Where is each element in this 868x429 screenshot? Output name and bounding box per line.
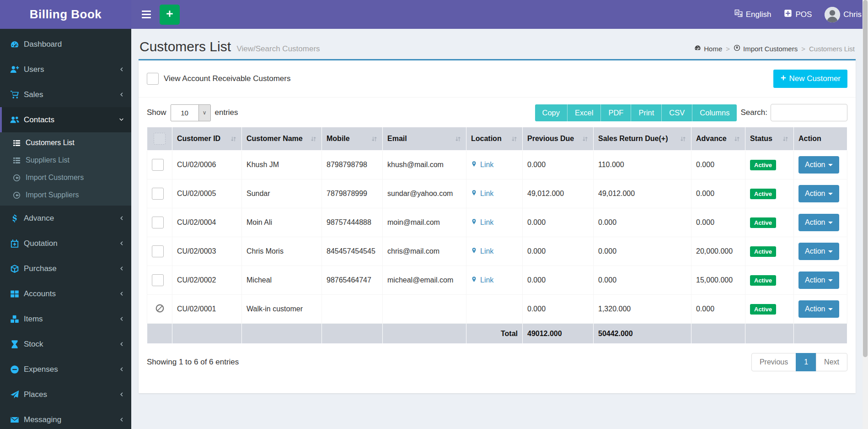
- sidebar-item-advance[interactable]: Advance: [0, 206, 131, 231]
- sidebar-item-expenses[interactable]: Expenses: [0, 357, 131, 382]
- location-link[interactable]: Link: [471, 247, 493, 256]
- location-link-label: Link: [480, 218, 493, 227]
- account-receivable-checkbox[interactable]: [147, 73, 159, 85]
- sidebar-item-items[interactable]: Items: [0, 306, 131, 331]
- column-header-mobile[interactable]: Mobile: [322, 127, 383, 151]
- sales-return-due-cell: 0.000: [594, 208, 691, 237]
- search-input[interactable]: [771, 104, 847, 121]
- sidebar-item-dashboard[interactable]: Dashboard: [0, 32, 131, 57]
- sidebar-item-stock[interactable]: Stock: [0, 331, 131, 357]
- column-header-previous-due[interactable]: Previous Due: [523, 127, 594, 151]
- status-badge: Active: [750, 189, 776, 199]
- location-cell: Link: [466, 151, 523, 179]
- chevron-down-icon: [119, 117, 124, 122]
- sidebar-subitem-import-customers[interactable]: Import Customers: [0, 169, 131, 186]
- row-checkbox[interactable]: [152, 274, 164, 286]
- pos-button[interactable]: POS: [784, 9, 812, 20]
- sidebar-subitem-customers-list[interactable]: Customers List: [0, 134, 131, 152]
- sort-icon[interactable]: [310, 136, 317, 142]
- column-label: Email: [387, 135, 407, 143]
- status-cell: Active: [745, 208, 794, 237]
- location-link[interactable]: Link: [471, 160, 493, 169]
- row-checkbox[interactable]: [152, 245, 164, 257]
- user-menu[interactable]: Chris: [825, 7, 862, 22]
- sidebar-subitem-suppliers-list[interactable]: Suppliers List: [0, 152, 131, 169]
- action-button[interactable]: Action: [798, 300, 839, 318]
- location-link[interactable]: Link: [471, 189, 493, 198]
- column-header-customer-id[interactable]: Customer ID: [172, 127, 242, 151]
- breadcrumb-import-customers[interactable]: Import Customers: [734, 44, 798, 53]
- column-header-sales-return-due[interactable]: Sales Return Due(+): [594, 127, 691, 151]
- chevron-left-icon: [119, 392, 124, 397]
- map-marker-icon: [471, 247, 477, 256]
- row-select-cell: [147, 151, 172, 179]
- location-link[interactable]: Link: [471, 276, 493, 285]
- language-menu[interactable]: Aa English: [734, 9, 772, 20]
- action-button[interactable]: Action: [798, 272, 839, 289]
- sidebar-subitem-import-suppliers[interactable]: Import Suppliers: [0, 186, 131, 204]
- action-button[interactable]: Action: [798, 185, 839, 202]
- total-empty-cell: [172, 324, 242, 344]
- new-customer-button[interactable]: New Customer: [773, 70, 847, 88]
- sales-return-due-cell: 1,320.000: [594, 295, 691, 324]
- row-checkbox[interactable]: [152, 159, 164, 171]
- scrollbar[interactable]: [863, 0, 868, 429]
- action-cell: Action: [794, 208, 847, 237]
- table-footer: Showing 1 to 6 of 6 entries Previous 1 N…: [147, 344, 847, 383]
- row-checkbox[interactable]: [152, 217, 164, 228]
- column-label: Mobile: [327, 135, 350, 143]
- row-checkbox[interactable]: [152, 188, 164, 200]
- sidebar-toggle-button[interactable]: [136, 0, 157, 29]
- column-label: Action: [798, 135, 821, 143]
- sidebar-item-contacts[interactable]: Contacts: [0, 107, 131, 132]
- sidebar-item-sales[interactable]: Sales: [0, 82, 131, 107]
- customer-id-cell: CU/02/0002: [172, 266, 242, 295]
- quick-add-button[interactable]: [160, 5, 180, 25]
- svg-text:A: A: [735, 11, 738, 15]
- ban-icon: [155, 304, 165, 313]
- sidebar-item-places[interactable]: Places: [0, 382, 131, 407]
- pagination-next[interactable]: Next: [816, 353, 847, 371]
- sort-icon[interactable]: [782, 136, 789, 142]
- pdf-export-button[interactable]: PDF: [601, 104, 631, 121]
- sort-icon[interactable]: [511, 136, 518, 142]
- advance-cell: 0.000: [691, 208, 745, 237]
- column-header-location[interactable]: Location: [466, 127, 523, 151]
- sort-icon[interactable]: [455, 136, 461, 142]
- sort-icon[interactable]: [582, 136, 589, 142]
- sort-icon[interactable]: [230, 136, 237, 142]
- column-header-customer-name[interactable]: Customer Name: [242, 127, 322, 151]
- pagination-page-1[interactable]: 1: [796, 353, 816, 371]
- column-header-advance[interactable]: Advance: [691, 127, 745, 151]
- scrollbar-thumb[interactable]: [863, 0, 868, 357]
- sidebar-item-messaging[interactable]: Messaging: [0, 407, 131, 429]
- action-button[interactable]: Action: [798, 156, 839, 174]
- column-header-status[interactable]: Status: [745, 127, 794, 151]
- sidebar-item-users[interactable]: Users: [0, 57, 131, 82]
- column-header-email[interactable]: Email: [383, 127, 466, 151]
- sort-icon[interactable]: [371, 136, 378, 142]
- action-button[interactable]: Action: [798, 243, 839, 260]
- sidebar-item-accounts[interactable]: Accounts: [0, 281, 131, 306]
- previous-due-cell: 0.000: [523, 266, 594, 295]
- print-export-button[interactable]: Print: [631, 104, 662, 121]
- location-link[interactable]: Link: [471, 218, 493, 227]
- copy-export-button[interactable]: Copy: [535, 104, 568, 121]
- columns-export-button[interactable]: Columns: [692, 104, 737, 121]
- main-content: Customers List View/Search Customers Hom…: [131, 29, 868, 429]
- sidebar-item-purchase[interactable]: Purchase: [0, 256, 131, 281]
- app-logo[interactable]: Billing Book: [0, 0, 131, 29]
- sort-icon[interactable]: [734, 136, 740, 142]
- excel-export-button[interactable]: Excel: [568, 104, 601, 121]
- csv-export-button[interactable]: CSV: [662, 104, 692, 121]
- import-down-icon: [734, 44, 740, 53]
- sort-icon[interactable]: [680, 136, 686, 142]
- total-empty-cell: [242, 324, 322, 344]
- pagination-previous[interactable]: Previous: [751, 353, 796, 371]
- breadcrumb-home[interactable]: Home: [694, 44, 722, 53]
- customers-card: View Account Receivable Customers New Cu…: [139, 59, 856, 393]
- page-size-select[interactable]: 10 ∨: [171, 104, 211, 121]
- action-button[interactable]: Action: [798, 214, 839, 231]
- sidebar-item-quotation[interactable]: Quotation: [0, 231, 131, 256]
- select-all-checkbox[interactable]: [154, 133, 166, 145]
